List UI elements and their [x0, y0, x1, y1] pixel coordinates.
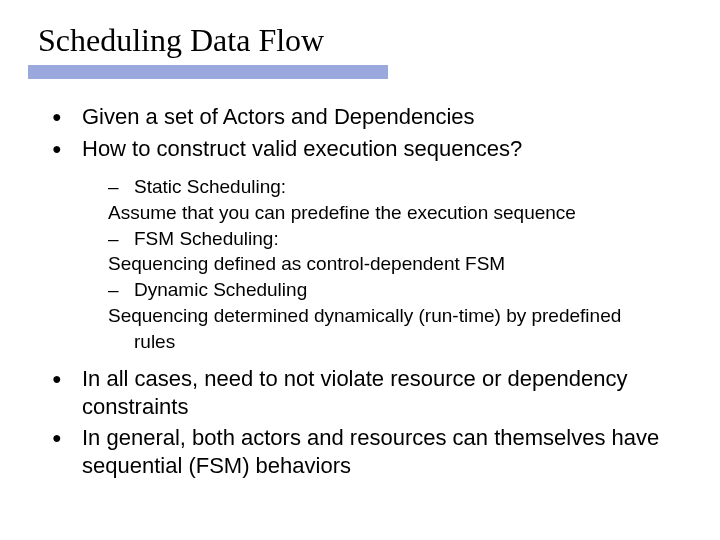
- bullet-1: ● How to construct valid execution seque…: [52, 135, 660, 163]
- sub-bullets: – Static Scheduling: Assume that you can…: [52, 167, 660, 361]
- sub-bullet-text: Static Scheduling:: [134, 175, 286, 199]
- bullet-text: Given a set of Actors and Dependencies: [82, 103, 475, 131]
- bullet-icon: ●: [52, 424, 74, 479]
- bullet-1: ● In all cases, need to not violate reso…: [52, 365, 660, 420]
- sub-bullet-cont: Sequencing determined dynamically (run-t…: [108, 304, 660, 328]
- bullet-icon: ●: [52, 103, 74, 131]
- bullet-icon: ●: [52, 135, 74, 163]
- bullet-1: ● Given a set of Actors and Dependencies: [52, 103, 660, 131]
- slide-body: ● Given a set of Actors and Dependencies…: [0, 79, 720, 479]
- sub-bullet-text: Dynamic Scheduling: [134, 278, 307, 302]
- sub-bullet: – Static Scheduling:: [108, 175, 660, 199]
- bullet-icon: ●: [52, 365, 74, 420]
- bullet-1: ● In general, both actors and resources …: [52, 424, 660, 479]
- sub-bullet-text: FSM Scheduling:: [134, 227, 279, 251]
- sub-bullet-cont: Assume that you can predefine the execut…: [108, 201, 660, 225]
- bullet-text: In general, both actors and resources ca…: [82, 424, 660, 479]
- bullet-text: How to construct valid execution sequenc…: [82, 135, 522, 163]
- dash-icon: –: [108, 278, 134, 302]
- dash-icon: –: [108, 175, 134, 199]
- sub-bullet-cont: rules: [108, 330, 660, 354]
- slide: Scheduling Data Flow ● Given a set of Ac…: [0, 0, 720, 540]
- bullet-text: In all cases, need to not violate resour…: [82, 365, 660, 420]
- dash-icon: –: [108, 227, 134, 251]
- slide-title: Scheduling Data Flow: [0, 0, 720, 65]
- sub-bullet: – Dynamic Scheduling: [108, 278, 660, 302]
- sub-bullet: – FSM Scheduling:: [108, 227, 660, 251]
- sub-bullet-cont: Sequencing defined as control-dependent …: [108, 252, 660, 276]
- title-underline: [28, 65, 388, 79]
